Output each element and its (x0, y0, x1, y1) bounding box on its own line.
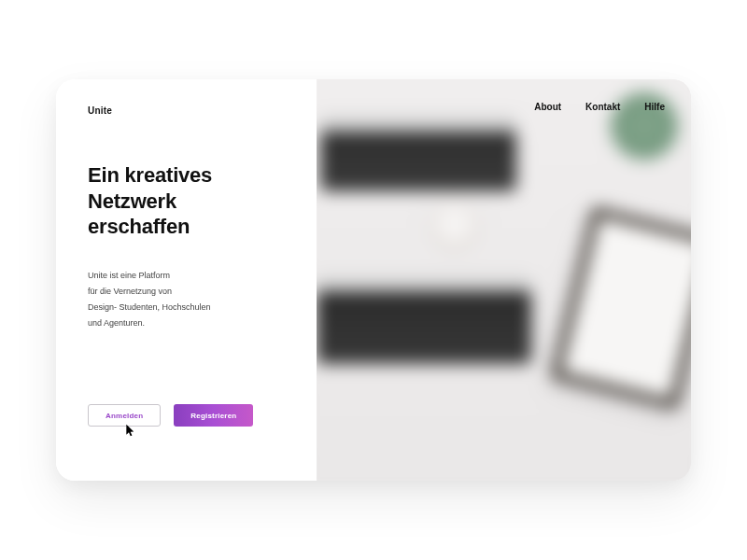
hero-headline: Ein kreatives Netzwerk erschaffen (88, 162, 285, 240)
blurred-desk-scene (317, 79, 691, 481)
subtext-line-4: und Agenturen. (88, 318, 145, 328)
left-pane: Unite Ein kreatives Netzwerk erschaffen … (56, 79, 317, 481)
headline-line-3: erschaffen (88, 215, 190, 238)
nav-link-contact[interactable]: Kontakt (585, 102, 620, 112)
laptop-keyboard-2 (317, 275, 531, 364)
cta-row: Anmelden Registrieren (88, 404, 253, 427)
nav-link-help[interactable]: Hilfe (644, 102, 665, 112)
subtext-line-1: Unite ist eine Platform (88, 271, 170, 280)
top-nav: About Kontakt Hilfe (534, 102, 665, 112)
hero-subtext: Unite ist eine Platform für die Vernetzu… (88, 268, 275, 331)
landing-window: Unite Ein kreatives Netzwerk erschaffen … (56, 79, 691, 481)
hero-image: About Kontakt Hilfe (317, 79, 691, 481)
subtext-line-2: für die Vernetzung von (88, 287, 172, 296)
register-button[interactable]: Registrieren (174, 404, 253, 427)
subtext-line-3: Design- Studenten, Hochschulen (88, 302, 211, 312)
laptop-keyboard-1 (320, 117, 516, 191)
tablet (550, 206, 691, 410)
plant (607, 89, 682, 163)
headline-line-1: Ein kreatives (88, 163, 212, 187)
cursor-icon (125, 424, 135, 438)
coffee-cup (429, 201, 480, 252)
brand-logo[interactable]: Unite (88, 105, 285, 116)
nav-link-about[interactable]: About (534, 102, 561, 112)
headline-line-2: Netzwerk (88, 189, 176, 213)
